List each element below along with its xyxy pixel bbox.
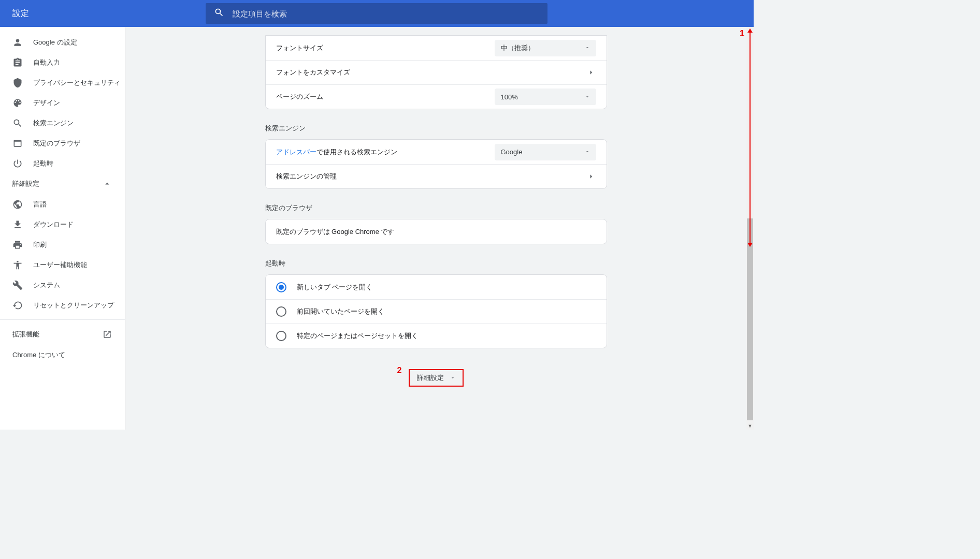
sidebar-about-label: Chrome について: [12, 350, 65, 360]
startup-option-new-tab[interactable]: 新しいタブ ページを開く: [266, 275, 607, 299]
chevron-up-icon: [102, 179, 112, 189]
sidebar-extensions-label: 拡張機能: [12, 330, 39, 339]
chevron-right-icon: [586, 67, 596, 78]
sidebar-separator: [0, 319, 125, 320]
search-engine-section-title: 検索エンジン: [265, 124, 607, 133]
startup-option-label: 前回開いていたページを開く: [297, 307, 384, 316]
addressbar-link[interactable]: アドレスバー: [276, 148, 316, 156]
palette-icon: [12, 98, 33, 108]
clipboard-icon: [12, 57, 33, 68]
caret-down-icon: [585, 44, 590, 52]
search-engine-card: アドレスバーで使用される検索エンジン Google 検索エンジンの管理: [265, 139, 607, 189]
sidebar-item-label: リセットとクリーンアップ: [33, 301, 114, 310]
sidebar-item-label: 自動入力: [33, 58, 60, 67]
manage-search-engines-row[interactable]: 検索エンジンの管理: [266, 164, 607, 188]
startup-card: 新しいタブ ページを開く 前回開いていたページを開く 特定のページまたはページセ…: [265, 274, 607, 348]
window-icon: [12, 138, 33, 149]
sidebar-about-chrome[interactable]: Chrome について: [0, 345, 125, 365]
font-size-label: フォントサイズ: [276, 43, 323, 53]
sidebar-item-label: システム: [33, 281, 60, 290]
caret-down-icon: [450, 374, 455, 382]
sidebar-item-accessibility[interactable]: ユーザー補助機能: [0, 255, 125, 275]
sidebar-item-search-engine[interactable]: 検索エンジン: [0, 113, 125, 133]
sidebar-item-print[interactable]: 印刷: [0, 234, 125, 255]
power-icon: [12, 158, 33, 169]
font-size-value: 中（推奨）: [501, 43, 535, 53]
search-icon: [214, 7, 224, 20]
sidebar-advanced-toggle[interactable]: 詳細設定: [0, 173, 125, 194]
advanced-settings-button[interactable]: 詳細設定: [409, 369, 464, 387]
startup-option-specific[interactable]: 特定のページまたはページセットを開く: [266, 323, 607, 348]
sidebar-item-autofill[interactable]: 自動入力: [0, 52, 125, 72]
customize-fonts-label: フォントをカスタマイズ: [276, 68, 350, 77]
sidebar-item-label: 起動時: [33, 159, 53, 168]
radio-icon[interactable]: [276, 331, 286, 341]
sidebar-item-language[interactable]: 言語: [0, 194, 125, 214]
search-icon: [12, 118, 33, 128]
zoom-value: 100%: [501, 93, 518, 101]
sidebar-item-label: デザイン: [33, 98, 60, 108]
chevron-right-icon: [586, 171, 596, 182]
sidebar-item-label: ダウンロード: [33, 220, 74, 229]
sidebar-item-reset[interactable]: リセットとクリーンアップ: [0, 295, 125, 315]
header-bar: 設定: [0, 0, 754, 27]
sidebar-item-default-browser[interactable]: 既定のブラウザ: [0, 133, 125, 153]
person-icon: [12, 37, 33, 48]
sidebar-item-label: 印刷: [33, 240, 47, 249]
download-icon: [12, 219, 33, 230]
default-browser-text-row: 既定のブラウザは Google Chrome です: [266, 219, 607, 244]
default-browser-text: 既定のブラウザは Google Chrome です: [276, 227, 395, 237]
default-browser-card: 既定のブラウザは Google Chrome です: [265, 219, 607, 244]
sidebar-item-label: 言語: [33, 200, 47, 209]
customize-fonts-row[interactable]: フォントをカスタマイズ: [266, 60, 607, 84]
annotation-1-arrow: [750, 29, 751, 246]
restore-icon: [12, 300, 33, 311]
caret-down-icon: [585, 148, 590, 156]
annotation-1: 1: [740, 29, 744, 38]
accessibility-icon: [12, 260, 33, 270]
open-external-icon: [102, 329, 112, 340]
sidebar-item-appearance[interactable]: デザイン: [0, 93, 125, 113]
sidebar-item-privacy[interactable]: プライバシーとセキュリティ: [0, 72, 125, 93]
main-content: フォントサイズ 中（推奨） フォントをカスタマイズ ページのズーム 100% 検…: [125, 27, 746, 430]
sidebar-item-google[interactable]: Google の設定: [0, 32, 125, 52]
startup-section-title: 起動時: [265, 259, 607, 268]
font-size-row[interactable]: フォントサイズ 中（推奨）: [266, 36, 607, 60]
zoom-select[interactable]: 100%: [495, 89, 596, 105]
scroll-down-arrow[interactable]: ▼: [746, 422, 754, 430]
sidebar-item-label: 検索エンジン: [33, 119, 74, 128]
advanced-button-label: 詳細設定: [417, 373, 444, 383]
annotation-2: 2: [397, 366, 402, 375]
sidebar-item-system[interactable]: システム: [0, 275, 125, 295]
startup-option-label: 新しいタブ ページを開く: [297, 283, 373, 292]
default-browser-section-title: 既定のブラウザ: [265, 203, 607, 213]
caret-down-icon: [585, 93, 590, 101]
header-title: 設定: [12, 8, 206, 19]
globe-icon: [12, 199, 33, 210]
sidebar-extensions[interactable]: 拡張機能: [0, 324, 125, 345]
addressbar-engine-row[interactable]: アドレスバーで使用される検索エンジン Google: [266, 140, 607, 164]
search-engine-select[interactable]: Google: [495, 144, 596, 160]
appearance-card: フォントサイズ 中（推奨） フォントをカスタマイズ ページのズーム 100%: [265, 35, 607, 109]
addressbar-engine-text: アドレスバーで使用される検索エンジン: [276, 148, 397, 157]
sidebar-item-label: プライバシーとセキュリティ: [33, 78, 121, 87]
sidebar-advanced-label: 詳細設定: [12, 179, 39, 188]
manage-search-engines-label: 検索エンジンの管理: [276, 172, 337, 181]
radio-icon[interactable]: [276, 306, 286, 317]
sidebar-item-label: Google の設定: [33, 38, 77, 47]
sidebar: Google の設定 自動入力 プライバシーとセキュリティ デザイン 検索エンジ…: [0, 27, 125, 430]
zoom-label: ページのズーム: [276, 92, 323, 101]
radio-icon[interactable]: [276, 282, 286, 292]
zoom-row[interactable]: ページのズーム 100%: [266, 84, 607, 109]
startup-option-continue[interactable]: 前回開いていたページを開く: [266, 299, 607, 323]
search-engine-value: Google: [501, 148, 523, 156]
scroll-thumb[interactable]: [747, 218, 753, 420]
print-icon: [12, 240, 33, 250]
search-input[interactable]: [233, 9, 539, 18]
font-size-select[interactable]: 中（推奨）: [495, 40, 596, 56]
sidebar-item-label: ユーザー補助機能: [33, 260, 87, 270]
sidebar-item-downloads[interactable]: ダウンロード: [0, 214, 125, 234]
search-box[interactable]: [206, 3, 547, 24]
sidebar-item-label: 既定のブラウザ: [33, 139, 80, 148]
sidebar-item-startup[interactable]: 起動時: [0, 153, 125, 173]
